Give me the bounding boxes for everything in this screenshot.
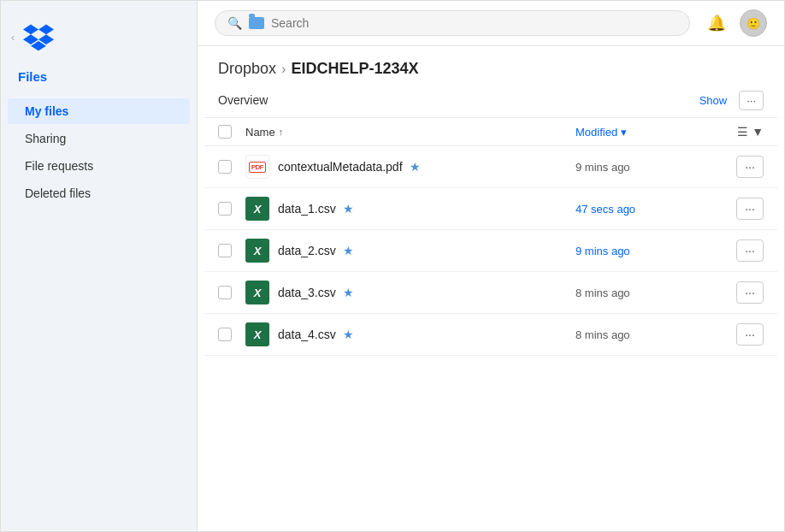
row-checkbox-3[interactable]	[218, 286, 232, 299]
avatar[interactable]: 🙂	[740, 9, 767, 37]
column-header-actions: ☰ ▼	[712, 125, 764, 139]
file-modified-2: 9 mins ago	[575, 245, 712, 257]
breadcrumb-root[interactable]: Dropbox	[218, 60, 276, 78]
file-name-4: data_4.csv ★	[278, 328, 575, 341]
pdf-icon: PDF	[245, 155, 269, 179]
search-icon: 🔍	[227, 16, 242, 30]
column-header-modified[interactable]: Modified ▾	[575, 126, 712, 139]
search-input[interactable]	[271, 16, 677, 30]
files-section-label: Files	[1, 69, 197, 92]
table-row[interactable]: PDF contextualMetadata.pdf ★ 9 mins ago …	[204, 146, 777, 188]
file-modified-4: 8 mins ago	[575, 328, 712, 341]
file-modified-1: 47 secs ago	[575, 203, 712, 216]
row-checkbox-0[interactable]	[218, 160, 232, 174]
name-sort-icon[interactable]: ↑	[279, 127, 284, 137]
file-name-2: data_2.csv ★	[278, 244, 575, 257]
list-view-icon[interactable]: ☰ ▼	[737, 125, 764, 139]
excel-icon: X	[245, 239, 269, 263]
folder-icon	[249, 17, 264, 29]
toolbar-row: Overview Show ···	[198, 83, 784, 117]
file-more-button-4[interactable]: ···	[736, 323, 764, 346]
dropbox-logo	[23, 21, 54, 52]
table-header: Name ↑ Modified ▾ ☰ ▼	[204, 118, 777, 146]
row-checkbox-1[interactable]	[218, 202, 232, 216]
row-checkbox-2[interactable]	[218, 244, 232, 257]
sidebar-item-deleted-files[interactable]: Deleted files	[8, 180, 190, 206]
row-checkbox-4[interactable]	[218, 328, 232, 341]
breadcrumb-separator: ›	[281, 62, 286, 77]
sidebar: ‹ Files My files Sharing File requests D…	[1, 1, 198, 532]
sidebar-logo-area: ‹	[1, 15, 197, 69]
column-header-name: Name ↑	[245, 126, 575, 139]
sidebar-navigation: My files Sharing File requests Deleted f…	[1, 92, 197, 212]
topbar: 🔍 🔔 🙂	[198, 1, 784, 46]
star-icon-0[interactable]: ★	[410, 160, 421, 174]
toolbar-more-button[interactable]: ···	[739, 91, 764, 110]
file-modified-3: 8 mins ago	[575, 287, 712, 299]
file-more-button-3[interactable]: ···	[736, 281, 764, 304]
breadcrumb-area: Dropbox › EIDCHELP-1234X	[198, 46, 784, 83]
notifications-button[interactable]: 🔔	[704, 10, 729, 36]
excel-icon: X	[245, 197, 269, 221]
overview-tab[interactable]: Overview	[218, 90, 268, 110]
file-rows-container: PDF contextualMetadata.pdf ★ 9 mins ago …	[204, 146, 777, 356]
sidebar-item-sharing[interactable]: Sharing	[8, 126, 190, 151]
show-button[interactable]: Show	[694, 91, 733, 110]
star-icon-4[interactable]: ★	[343, 328, 354, 341]
collapse-sidebar-button[interactable]: ‹	[11, 31, 15, 44]
table-row[interactable]: X data_4.csv ★ 8 mins ago ···	[204, 314, 777, 356]
excel-icon: X	[245, 281, 269, 304]
file-name-0: contextualMetadata.pdf ★	[278, 160, 575, 174]
excel-icon: X	[245, 322, 269, 346]
sidebar-item-my-files[interactable]: My files	[8, 98, 190, 124]
file-name-3: data_3.csv ★	[278, 286, 575, 299]
table-row[interactable]: X data_1.csv ★ 47 secs ago ···	[204, 188, 777, 230]
file-more-button-1[interactable]: ···	[736, 198, 764, 220]
search-bar[interactable]: 🔍	[215, 10, 690, 36]
file-name-1: data_1.csv ★	[278, 202, 575, 216]
table-row[interactable]: X data_3.csv ★ 8 mins ago ···	[204, 272, 777, 314]
breadcrumb-current: EIDCHELP-1234X	[291, 60, 418, 78]
star-icon-1[interactable]: ★	[343, 202, 354, 216]
main-content: 🔍 🔔 🙂 Dropbox › EIDCHELP-1234X Overview …	[198, 1, 784, 532]
breadcrumb: Dropbox › EIDCHELP-1234X	[218, 60, 764, 78]
modified-sort-icon: ▾	[621, 126, 627, 139]
file-list: Name ↑ Modified ▾ ☰ ▼ PDF contextualMeta…	[204, 117, 777, 532]
sidebar-item-file-requests[interactable]: File requests	[8, 153, 190, 179]
star-icon-2[interactable]: ★	[343, 244, 354, 257]
table-row[interactable]: X data_2.csv ★ 9 mins ago ···	[204, 230, 777, 272]
file-modified-0: 9 mins ago	[575, 161, 712, 174]
file-more-button-2[interactable]: ···	[736, 239, 764, 262]
select-all-checkbox[interactable]	[218, 125, 232, 139]
file-more-button-0[interactable]: ···	[736, 156, 764, 178]
topbar-icons: 🔔 🙂	[704, 9, 767, 37]
star-icon-3[interactable]: ★	[343, 286, 354, 299]
